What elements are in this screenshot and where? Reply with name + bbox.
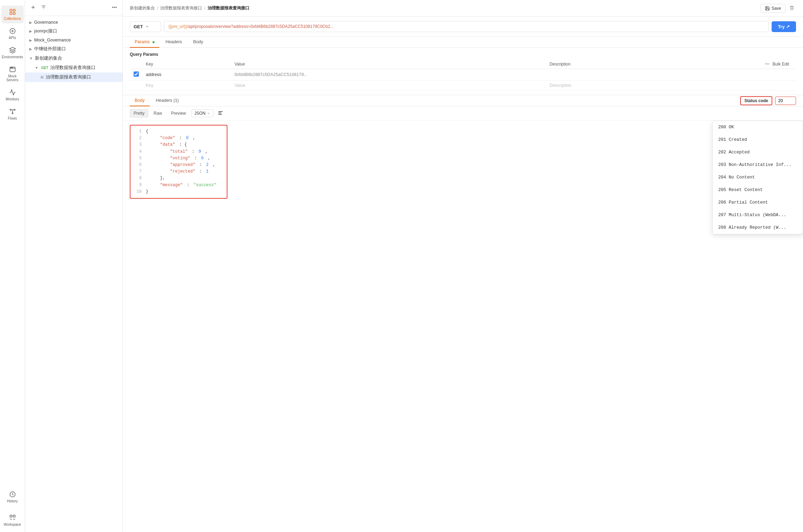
save-button[interactable]: Save [760, 4, 786, 13]
dropdown-item-202[interactable]: 202 Accepted [713, 146, 803, 159]
response-section: Body Headers (1) Status code Pretty Raw … [123, 95, 803, 532]
dropdown-item-206[interactable]: 206 Partial Content [713, 196, 803, 209]
lines-icon [218, 110, 223, 116]
tree-item-get-query-label: 治理数据报表查询接口 [50, 65, 96, 71]
sidebar-item-history[interactable]: History [1, 488, 24, 506]
tab-headers-label: Headers [166, 39, 182, 44]
trash-icon [789, 5, 794, 10]
row-1-key[interactable]: address [142, 69, 231, 81]
row-1-checkbox[interactable] [134, 71, 139, 77]
breadcrumb: 新创建的集合 / 治理数据报表查询接口 / 治理数据报表查询接口 Save [123, 0, 803, 17]
method-select[interactable]: GET [130, 21, 161, 32]
sidebar-item-monitors[interactable]: Monitors [1, 86, 24, 104]
history-icon [9, 491, 16, 498]
breadcrumb-sep-2: / [204, 6, 205, 11]
request-row: GET {{pre_url}}/api/proposals/overview?a… [130, 21, 796, 32]
tree-item-jsonrpc[interactable]: ▶ jsonrpc接口 [25, 26, 122, 36]
method-badge-get: GET [41, 66, 48, 70]
code-highlight-box: 1{ 2 "code": 0, 3 "data": { 4 "total": 9… [130, 125, 227, 199]
sidebar-collections-label: Collections [4, 17, 21, 21]
dropdown-item-204[interactable]: 204 No Content [713, 171, 803, 184]
status-code-area: Status code [740, 96, 796, 105]
status-code-label: Status code [740, 96, 772, 105]
document-icon: ⊞ [40, 75, 44, 79]
chevron-right-icon: ▶ [29, 38, 32, 42]
tree-item-mock-governance[interactable]: ▶ Mock_Governance [25, 36, 122, 44]
save-label: Save [772, 6, 781, 11]
dropdown-item-200[interactable]: 200 OK [713, 121, 803, 134]
tab-params[interactable]: Params [130, 37, 159, 48]
save-icon [765, 6, 770, 11]
add-collection-button[interactable] [29, 3, 37, 12]
row-2-value[interactable]: Value [231, 81, 546, 91]
svg-point-8 [10, 109, 11, 110]
collections-icon [9, 8, 16, 15]
delete-button[interactable] [788, 3, 796, 13]
svg-point-7 [12, 67, 13, 68]
dropdown-item-205[interactable]: 205 Reset Content [713, 184, 803, 196]
svg-point-23 [116, 7, 117, 8]
fmt-tab-pretty[interactable]: Pretty [130, 109, 148, 117]
sidebar-item-apis[interactable]: APIs [1, 25, 24, 43]
chevron-down-icon: ▼ [35, 66, 38, 70]
tab-response-headers[interactable]: Headers (1) [151, 95, 184, 106]
sidebar-item-mock-servers[interactable]: Mock Servers [1, 63, 24, 85]
sidebar-environments-label: Environments [2, 55, 23, 59]
tree-item-new-collection[interactable]: ▼ 新创建的集合 [25, 54, 122, 63]
table-row: Key Value Description [130, 81, 796, 91]
svg-point-9 [14, 109, 15, 110]
row-1-description[interactable] [546, 69, 659, 81]
url-path: /api/proposals/overview?address=0xfd4B6b… [187, 24, 333, 29]
collections-panel-header [25, 0, 122, 16]
try-label: Try ↗ [778, 24, 790, 29]
chevron-down-icon [145, 24, 149, 29]
raw-label: Raw [153, 111, 162, 116]
params-tabs-bar: Params Headers Body [123, 37, 803, 48]
fmt-tab-preview[interactable]: Preview [167, 109, 190, 117]
request-area: GET {{pre_url}}/api/proposals/overview?a… [123, 17, 803, 37]
tree-item-request-item[interactable]: ⊞ 治理数据报表查询接口 [25, 73, 122, 82]
dropdown-item-207[interactable]: 207 Multi-Status (WebDA... [713, 209, 803, 221]
query-params-title: Query Params [130, 52, 796, 57]
url-bar[interactable]: {{pre_url}}/api/proposals/overview?addre… [164, 21, 769, 32]
sidebar-item-collections[interactable]: Collections [1, 6, 24, 23]
row-1-value[interactable]: 0xfd4B6b2887c5DA25aCC5108179... [231, 69, 546, 81]
tree-item-get-query-group[interactable]: ▼ GET 治理数据报表查询接口 [25, 63, 122, 73]
params-section: Query Params Key Value Description ••• B… [123, 48, 803, 95]
status-code-input[interactable] [775, 97, 796, 105]
sidebar-item-flows[interactable]: Flows [1, 105, 24, 123]
tab-response-body[interactable]: Body [130, 95, 150, 106]
filter-collections-button[interactable] [40, 3, 47, 12]
tab-body[interactable]: Body [188, 37, 208, 48]
params-dot [152, 41, 155, 43]
row-2-key[interactable]: Key [142, 81, 231, 91]
format-tabs: Pretty Raw Preview JSON [123, 106, 803, 121]
chevron-right-icon: ▶ [29, 21, 32, 24]
row-2-description[interactable]: Description [546, 81, 659, 91]
dropdown-item-208[interactable]: 208 Already Reported (W... [713, 221, 803, 234]
more-options-button[interactable] [111, 3, 118, 12]
try-button[interactable]: Try ↗ [772, 21, 796, 32]
response-body-wrapper: Pretty Raw Preview JSON 1{ [123, 106, 803, 532]
dropdown-item-201[interactable]: 201 Created [713, 134, 803, 146]
tree-item-governance[interactable]: ▶ Governance [25, 18, 122, 26]
response-body-label: Body [135, 98, 145, 103]
tree-item-relay[interactable]: ▶ 中继链外部接口 [25, 44, 122, 54]
col-description: Description [546, 60, 659, 69]
dropdown-item-203[interactable]: 203 Non-Authoritative Inf... [713, 159, 803, 171]
svg-rect-13 [13, 515, 15, 517]
sidebar-item-environments[interactable]: Environments [1, 44, 24, 62]
breadcrumb-part-3: 治理数据报表查询接口 [208, 5, 249, 11]
format-options-icon[interactable] [218, 110, 223, 117]
url-prefix: {{pre_url}} [168, 24, 187, 29]
chevron-right-icon: ▶ [29, 29, 32, 33]
code-area: 1{ 2 "code": 0, 3 "data": { 4 "total": 9… [123, 121, 803, 532]
json-format-select[interactable]: JSON [191, 109, 213, 117]
monitors-icon [9, 89, 16, 96]
apis-icon [9, 28, 16, 35]
fmt-tab-raw[interactable]: Raw [150, 109, 166, 117]
tab-headers[interactable]: Headers [161, 37, 187, 48]
tab-params-label: Params [135, 39, 150, 44]
sidebar-flows-label: Flows [8, 116, 17, 120]
sidebar-item-workspace[interactable]: Workspace [1, 511, 24, 529]
